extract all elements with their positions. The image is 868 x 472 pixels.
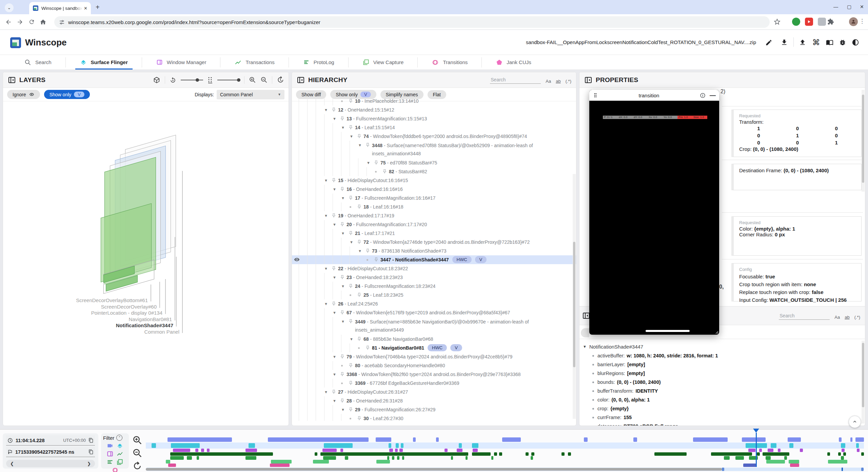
rotation-slider[interactable] (181, 80, 203, 80)
forward-icon[interactable] (14, 16, 26, 28)
pin-icon[interactable] (374, 255, 380, 262)
next-frame-button[interactable]: ❯ (87, 461, 91, 466)
tree-row[interactable]: ▼24 - FullscreenMagnification:18:23#24 (292, 282, 576, 291)
pin-icon[interactable] (340, 308, 347, 315)
layer-label[interactable]: NavigationBar0#81 (129, 316, 172, 322)
pin-icon[interactable] (340, 220, 347, 227)
tree-row[interactable]: ▼3449 - Surface(name=885b63e NavigationB… (292, 317, 576, 335)
collapse-panel-icon[interactable] (8, 76, 16, 84)
extension-grey-icon[interactable] (818, 18, 826, 26)
pin-icon[interactable] (340, 352, 347, 359)
expand-arrow-icon[interactable]: ▼ (333, 352, 340, 361)
expand-arrow-icon[interactable]: ▼ (333, 185, 340, 194)
documentation-icon[interactable] (825, 37, 835, 47)
expand-arrow-icon[interactable]: ▼ (333, 396, 340, 405)
property-row[interactable]: bounds:(0, 0) - (1080, 2400) (583, 378, 865, 387)
pin-icon[interactable] (366, 343, 372, 350)
pin-icon[interactable] (349, 123, 355, 130)
transactions-filter-icon[interactable] (117, 451, 123, 457)
tree-row[interactable]: ▼22 - HideDisplayCutout:18:23#22 (292, 264, 576, 273)
tree-row[interactable]: ▼20 - FullscreenMagnification:17:17#20 (292, 220, 576, 229)
collapse-panel-icon[interactable] (297, 76, 305, 84)
bookmark-star-icon[interactable] (774, 18, 781, 25)
pin-icon[interactable] (349, 361, 355, 368)
tab-transitions[interactable]: Transitions (418, 55, 482, 70)
match-case-icon[interactable]: Aa (546, 79, 551, 84)
3d-view-icon[interactable] (153, 76, 160, 84)
browser-tab[interactable]: Winscope | sandbox-FAIL ✕ (29, 2, 91, 14)
chevron-up-icon[interactable]: ⌃ (116, 435, 122, 441)
layer-label[interactable]: Common Panel (144, 329, 179, 335)
expand-arrow-icon[interactable]: ▼ (333, 370, 340, 379)
expand-arrow-icon[interactable]: ▼ (341, 405, 349, 414)
tree-row[interactable]: ▼14 - Leaf:15:15#14 (292, 123, 576, 132)
tree-row[interactable]: ▼3368 - WindowToken{f6b2f60 type=2024 an… (292, 370, 576, 379)
tree-row[interactable]: ▼27 - HideDisplayCutout:26:31#27 (292, 388, 576, 396)
screen-recording-filter-icon[interactable] (107, 442, 113, 449)
tree-row[interactable]: 18 - Leaf:16:16#18 (292, 202, 576, 211)
tree-row[interactable]: ▼16 - OneHanded:16:16#16 (292, 185, 576, 194)
slider-window[interactable] (146, 468, 722, 471)
back-icon[interactable] (3, 16, 14, 28)
expand-arrow-icon[interactable]: ▼ (350, 132, 357, 141)
pin-icon[interactable] (340, 273, 347, 279)
home-icon[interactable] (37, 16, 49, 28)
property-row[interactable]: barrierLayer:[empty] (583, 360, 865, 369)
property-row[interactable]: bufferTransform:IDENTITY (583, 387, 865, 395)
expand-arrow-icon[interactable]: ▼ (324, 388, 332, 396)
properties-search-input[interactable] (779, 312, 830, 320)
tab-jank-cujs[interactable]: Jank CUJs (482, 55, 546, 70)
whole-word-icon[interactable]: ab (845, 315, 849, 320)
property-row[interactable]: blurRegions:[empty] (583, 369, 865, 378)
expand-arrow-icon[interactable]: ▼ (350, 335, 357, 343)
expand-arrow-icon[interactable]: ▼ (341, 123, 349, 132)
property-row[interactable]: dataspace:BT709 sRGB Full range (583, 422, 865, 426)
avatar[interactable] (849, 17, 858, 26)
tree-row[interactable]: 81 - NavigationBar0#81HWCV (292, 343, 576, 352)
expand-arrow-icon[interactable]: ▼ (324, 105, 332, 114)
pin-icon[interactable] (349, 97, 355, 103)
extension-red-icon[interactable] (805, 18, 813, 26)
tab-view-capture[interactable]: View Capture (349, 55, 418, 70)
expand-arrow-icon[interactable]: ▼ (324, 211, 332, 220)
tree-row[interactable]: 3369 - 67726bf EdgeBackGestureHandler0#3… (292, 379, 576, 388)
pin-icon[interactable] (340, 370, 347, 376)
tab-surface-flinger[interactable]: Surface Flinger (66, 55, 142, 70)
tree-row[interactable]: ▼15 - HideDisplayCutout:16:16#15 (292, 176, 576, 185)
pin-icon[interactable] (349, 379, 355, 385)
expand-arrow-icon[interactable]: ▼ (358, 247, 366, 255)
pin-icon[interactable] (366, 141, 372, 147)
new-tab-button[interactable]: + (96, 3, 100, 11)
pin-icon[interactable] (340, 185, 347, 191)
tab-close-icon[interactable]: ✕ (84, 6, 87, 11)
copy-icon[interactable] (88, 438, 94, 443)
expand-arrow-icon[interactable]: ▼ (341, 317, 349, 326)
edit-icon[interactable] (764, 37, 774, 47)
expand-arrow-icon[interactable]: ▼ (350, 238, 357, 247)
surface-flinger-filter-icon[interactable] (117, 442, 123, 449)
property-row[interactable]: color:(0, 0, 0), alpha: 1 (583, 395, 865, 404)
show-only-v-chip[interactable]: Show only V (44, 90, 90, 99)
tree-row[interactable]: ▼67 - WindowToken{e5176f9 type=2019 andr… (292, 308, 576, 317)
tree-row[interactable]: ▼26 - Leaf:24:25#26 (292, 299, 576, 308)
pin-icon[interactable] (332, 211, 338, 218)
expand-arrow-icon[interactable]: ▼ (333, 114, 340, 123)
layers-3d-canvas[interactable]: ScreenDecorOverlayBottom#61ScreenDecorOv… (3, 101, 289, 426)
expand-arrow-icon[interactable]: ▼ (341, 282, 349, 291)
pin-icon[interactable] (357, 132, 363, 138)
timeline-zoom-out-icon[interactable] (132, 448, 142, 458)
expand-arrow-icon[interactable]: ▼ (341, 194, 349, 202)
properties-tree-scrollbar[interactable] (862, 341, 865, 424)
property-row[interactable]: currFrame:155 (583, 413, 865, 422)
tab-window-manager[interactable]: Window Manager (142, 55, 221, 70)
expand-arrow-icon[interactable]: ▼ (333, 273, 340, 282)
expand-arrow-icon[interactable]: ▼ (341, 229, 349, 238)
tree-row[interactable]: 25 - Leaf:18:23#25 (292, 291, 576, 299)
shortcuts-icon[interactable]: ⌘ (811, 37, 821, 47)
tree-row[interactable]: ▼12 - OneHanded:15:15#12 (292, 105, 576, 114)
download-icon[interactable] (779, 37, 789, 47)
transition-overlay-window[interactable]: transition — P: 0 / 1dX: 0.0dY: 0.0Xv: 0… (589, 90, 719, 335)
tree-row[interactable]: ▼19 - OneHanded:17:17#19 (292, 211, 576, 220)
pin-icon[interactable] (332, 105, 338, 112)
expand-arrow-icon[interactable]: ▼ (333, 220, 340, 229)
